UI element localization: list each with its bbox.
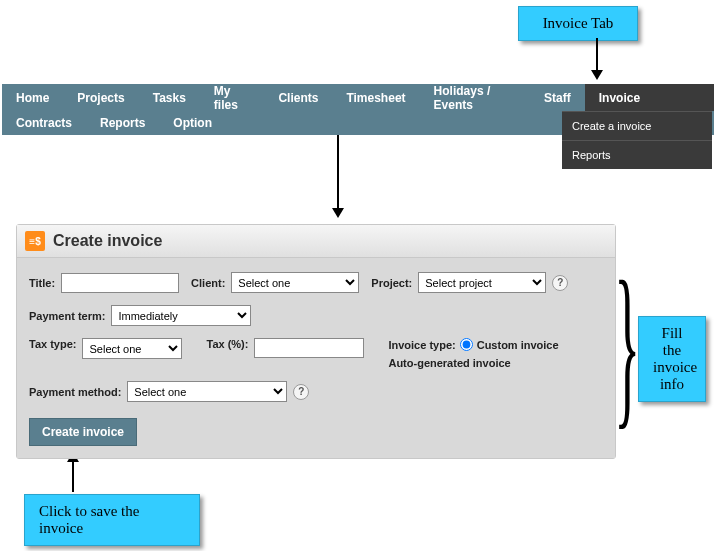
nav-clients[interactable]: Clients [264, 84, 332, 111]
create-invoice-panel: ≡$ Create invoice Title: Client: Select … [16, 224, 616, 459]
nav-row-1: Home Projects Tasks My files Clients Tim… [2, 84, 714, 111]
arrow-line [72, 462, 74, 492]
invoice-type-custom-radio[interactable] [460, 338, 473, 351]
payment-method-select[interactable]: Select one [127, 381, 287, 402]
invoice-type-custom-label: Custom invoice [477, 339, 559, 351]
callout-fill-info: Fill the invoice info [638, 316, 706, 402]
panel-header: ≡$ Create invoice [17, 225, 615, 258]
dropdown-create-invoice[interactable]: Create a invoice [562, 111, 712, 140]
nav-timesheet[interactable]: Timesheet [332, 84, 419, 111]
callout-click-save: Click to save the invoice [24, 494, 200, 546]
panel-body: Title: Client: Select one Project: Selec… [17, 258, 615, 458]
nav-projects[interactable]: Projects [63, 84, 138, 111]
nav-option[interactable]: Option [159, 111, 226, 135]
title-input[interactable] [61, 273, 179, 293]
payment-method-help-icon[interactable]: ? [293, 384, 309, 400]
invoice-dropdown: Create a invoice Reports [562, 111, 712, 169]
create-invoice-button[interactable]: Create invoice [29, 418, 137, 446]
nav-holidays[interactable]: Holidays / Events [420, 84, 531, 111]
payment-method-label: Payment method: [29, 386, 121, 398]
invoice-icon: ≡$ [25, 231, 45, 251]
nav-my-files[interactable]: My files [200, 84, 265, 111]
invoice-type-label: Invoice type: [388, 339, 455, 351]
payment-term-select[interactable]: Immediately [111, 305, 251, 326]
client-label: Client: [191, 277, 225, 289]
nav-invoice[interactable]: Invoice [585, 84, 714, 111]
nav-tasks[interactable]: Tasks [139, 84, 200, 111]
client-select[interactable]: Select one [231, 272, 359, 293]
project-label: Project: [371, 277, 412, 289]
nav-contracts[interactable]: Contracts [2, 111, 86, 135]
nav-home[interactable]: Home [2, 84, 63, 111]
tax-type-select[interactable]: Select one [82, 338, 182, 359]
tax-type-label: Tax type: [29, 338, 76, 350]
project-help-icon[interactable]: ? [552, 275, 568, 291]
payment-term-label: Payment term: [29, 310, 105, 322]
tax-pct-input[interactable] [254, 338, 364, 358]
callout-invoice-tab: Invoice Tab [518, 6, 638, 41]
dropdown-reports[interactable]: Reports [562, 140, 712, 169]
arrow-line [596, 38, 598, 70]
panel-title: Create invoice [53, 232, 162, 250]
arrow-head-icon [332, 208, 344, 218]
invoice-type-auto-label: Auto-generated invoice [388, 357, 558, 369]
arrow-head-icon [591, 70, 603, 80]
project-select[interactable]: Select project [418, 272, 546, 293]
nav-staff[interactable]: Staff [530, 84, 585, 111]
nav-reports[interactable]: Reports [86, 111, 159, 135]
tax-pct-label: Tax (%): [206, 338, 248, 350]
brace-icon: } [614, 255, 640, 435]
title-label: Title: [29, 277, 55, 289]
